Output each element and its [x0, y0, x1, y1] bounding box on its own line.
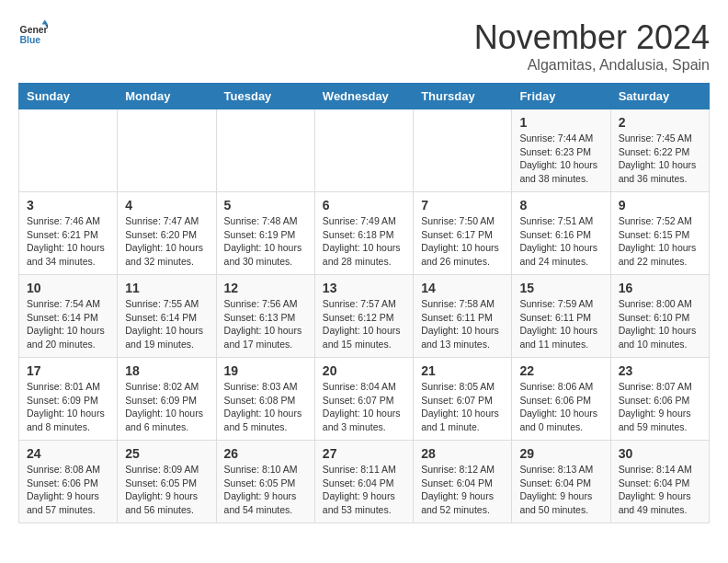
day-cell [414, 109, 512, 192]
day-number: 12 [224, 281, 307, 295]
day-cell: 5Sunrise: 7:48 AM Sunset: 6:19 PM Daylig… [216, 192, 314, 275]
day-info: Sunrise: 7:51 AM Sunset: 6:16 PM Dayligh… [519, 214, 602, 269]
day-number: 8 [519, 198, 602, 213]
week-row-3: 10Sunrise: 7:54 AM Sunset: 6:14 PM Dayli… [19, 275, 710, 358]
header-row: SundayMondayTuesdayWednesdayThursdayFrid… [19, 84, 710, 109]
day-number: 7 [421, 198, 504, 213]
day-cell: 17Sunrise: 8:01 AM Sunset: 6:09 PM Dayli… [19, 358, 118, 441]
day-cell: 1Sunrise: 7:44 AM Sunset: 6:23 PM Daylig… [512, 109, 610, 192]
day-cell: 26Sunrise: 8:10 AM Sunset: 6:05 PM Dayli… [216, 441, 314, 523]
day-number: 26 [224, 446, 307, 461]
day-info: Sunrise: 7:59 AM Sunset: 6:11 PM Dayligh… [519, 297, 602, 351]
day-info: Sunrise: 8:10 AM Sunset: 6:05 PM Dayligh… [224, 463, 307, 517]
day-cell: 14Sunrise: 7:58 AM Sunset: 6:11 PM Dayli… [414, 275, 512, 358]
header-friday: Friday [512, 84, 610, 109]
day-number: 15 [519, 281, 602, 295]
day-info: Sunrise: 7:57 AM Sunset: 6:12 PM Dayligh… [323, 297, 405, 351]
day-number: 3 [27, 198, 109, 213]
calendar-table: SundayMondayTuesdayWednesdayThursdayFrid… [18, 83, 710, 523]
week-row-2: 3Sunrise: 7:46 AM Sunset: 6:21 PM Daylig… [19, 192, 710, 275]
day-cell [314, 109, 413, 192]
day-number: 20 [323, 363, 405, 378]
day-number: 17 [27, 363, 109, 378]
day-info: Sunrise: 7:58 AM Sunset: 6:11 PM Dayligh… [421, 297, 504, 351]
day-number: 5 [224, 198, 307, 213]
day-info: Sunrise: 7:44 AM Sunset: 6:23 PM Dayligh… [519, 132, 602, 186]
logo: General Blue [18, 18, 48, 48]
day-number: 14 [421, 281, 504, 295]
day-cell: 25Sunrise: 8:09 AM Sunset: 6:05 PM Dayli… [118, 441, 216, 523]
day-number: 25 [125, 446, 208, 461]
svg-marker-2 [42, 20, 48, 25]
day-info: Sunrise: 8:09 AM Sunset: 6:05 PM Dayligh… [125, 463, 208, 517]
day-cell: 13Sunrise: 7:57 AM Sunset: 6:12 PM Dayli… [314, 275, 413, 358]
day-info: Sunrise: 8:06 AM Sunset: 6:06 PM Dayligh… [519, 380, 602, 434]
day-number: 19 [224, 363, 307, 378]
day-number: 23 [619, 363, 701, 378]
day-info: Sunrise: 8:14 AM Sunset: 6:04 PM Dayligh… [619, 463, 701, 517]
logo-icon: General Blue [18, 18, 48, 48]
svg-text:Blue: Blue [20, 35, 41, 45]
day-info: Sunrise: 7:48 AM Sunset: 6:19 PM Dayligh… [224, 214, 307, 269]
day-cell: 18Sunrise: 8:02 AM Sunset: 6:09 PM Dayli… [118, 358, 216, 441]
day-cell: 7Sunrise: 7:50 AM Sunset: 6:17 PM Daylig… [414, 192, 512, 275]
day-info: Sunrise: 7:56 AM Sunset: 6:13 PM Dayligh… [224, 297, 307, 351]
day-cell [19, 109, 118, 192]
header-sunday: Sunday [19, 84, 118, 109]
day-cell: 29Sunrise: 8:13 AM Sunset: 6:04 PM Dayli… [512, 441, 610, 523]
day-info: Sunrise: 7:46 AM Sunset: 6:21 PM Dayligh… [27, 214, 109, 269]
day-cell: 15Sunrise: 7:59 AM Sunset: 6:11 PM Dayli… [512, 275, 610, 358]
day-info: Sunrise: 7:45 AM Sunset: 6:22 PM Dayligh… [619, 132, 701, 186]
header-tuesday: Tuesday [216, 84, 314, 109]
day-info: Sunrise: 7:47 AM Sunset: 6:20 PM Dayligh… [125, 214, 208, 269]
day-number: 28 [421, 446, 504, 461]
title-block: November 2024 Algamitas, Andalusia, Spai… [474, 18, 710, 74]
day-number: 4 [125, 198, 208, 213]
day-number: 13 [323, 281, 405, 295]
day-info: Sunrise: 7:50 AM Sunset: 6:17 PM Dayligh… [421, 214, 504, 269]
day-number: 18 [125, 363, 208, 378]
day-info: Sunrise: 7:54 AM Sunset: 6:14 PM Dayligh… [27, 297, 109, 351]
day-number: 30 [619, 446, 701, 461]
day-cell: 28Sunrise: 8:12 AM Sunset: 6:04 PM Dayli… [414, 441, 512, 523]
page-header: General Blue November 2024 Algamitas, An… [18, 18, 710, 74]
day-cell [216, 109, 314, 192]
day-number: 16 [619, 281, 701, 295]
day-info: Sunrise: 8:00 AM Sunset: 6:10 PM Dayligh… [619, 297, 701, 351]
day-cell: 16Sunrise: 8:00 AM Sunset: 6:10 PM Dayli… [610, 275, 709, 358]
day-cell: 23Sunrise: 8:07 AM Sunset: 6:06 PM Dayli… [610, 358, 709, 441]
day-cell: 2Sunrise: 7:45 AM Sunset: 6:22 PM Daylig… [610, 109, 709, 192]
day-info: Sunrise: 8:04 AM Sunset: 6:07 PM Dayligh… [323, 380, 405, 434]
day-cell: 20Sunrise: 8:04 AM Sunset: 6:07 PM Dayli… [314, 358, 413, 441]
day-cell: 22Sunrise: 8:06 AM Sunset: 6:06 PM Dayli… [512, 358, 610, 441]
day-info: Sunrise: 8:12 AM Sunset: 6:04 PM Dayligh… [421, 463, 504, 517]
day-number: 1 [519, 115, 602, 130]
day-number: 6 [323, 198, 405, 213]
day-cell: 3Sunrise: 7:46 AM Sunset: 6:21 PM Daylig… [19, 192, 118, 275]
day-cell: 19Sunrise: 8:03 AM Sunset: 6:08 PM Dayli… [216, 358, 314, 441]
day-cell [118, 109, 216, 192]
day-info: Sunrise: 8:07 AM Sunset: 6:06 PM Dayligh… [619, 380, 701, 434]
day-cell: 30Sunrise: 8:14 AM Sunset: 6:04 PM Dayli… [610, 441, 709, 523]
header-saturday: Saturday [610, 84, 709, 109]
day-number: 10 [27, 281, 109, 295]
day-number: 21 [421, 363, 504, 378]
week-row-4: 17Sunrise: 8:01 AM Sunset: 6:09 PM Dayli… [19, 358, 710, 441]
day-cell: 10Sunrise: 7:54 AM Sunset: 6:14 PM Dayli… [19, 275, 118, 358]
day-number: 27 [323, 446, 405, 461]
week-row-5: 24Sunrise: 8:08 AM Sunset: 6:06 PM Dayli… [19, 441, 710, 523]
day-cell: 11Sunrise: 7:55 AM Sunset: 6:14 PM Dayli… [118, 275, 216, 358]
header-wednesday: Wednesday [314, 84, 413, 109]
day-number: 2 [619, 115, 701, 130]
day-info: Sunrise: 8:01 AM Sunset: 6:09 PM Dayligh… [27, 380, 109, 434]
day-cell: 24Sunrise: 8:08 AM Sunset: 6:06 PM Dayli… [19, 441, 118, 523]
day-cell: 21Sunrise: 8:05 AM Sunset: 6:07 PM Dayli… [414, 358, 512, 441]
day-info: Sunrise: 7:49 AM Sunset: 6:18 PM Dayligh… [323, 214, 405, 269]
week-row-1: 1Sunrise: 7:44 AM Sunset: 6:23 PM Daylig… [19, 109, 710, 192]
day-cell: 8Sunrise: 7:51 AM Sunset: 6:16 PM Daylig… [512, 192, 610, 275]
day-info: Sunrise: 8:13 AM Sunset: 6:04 PM Dayligh… [519, 463, 602, 517]
day-info: Sunrise: 7:55 AM Sunset: 6:14 PM Dayligh… [125, 297, 208, 351]
header-thursday: Thursday [414, 84, 512, 109]
month-title: November 2024 [474, 18, 710, 57]
day-info: Sunrise: 8:02 AM Sunset: 6:09 PM Dayligh… [125, 380, 208, 434]
